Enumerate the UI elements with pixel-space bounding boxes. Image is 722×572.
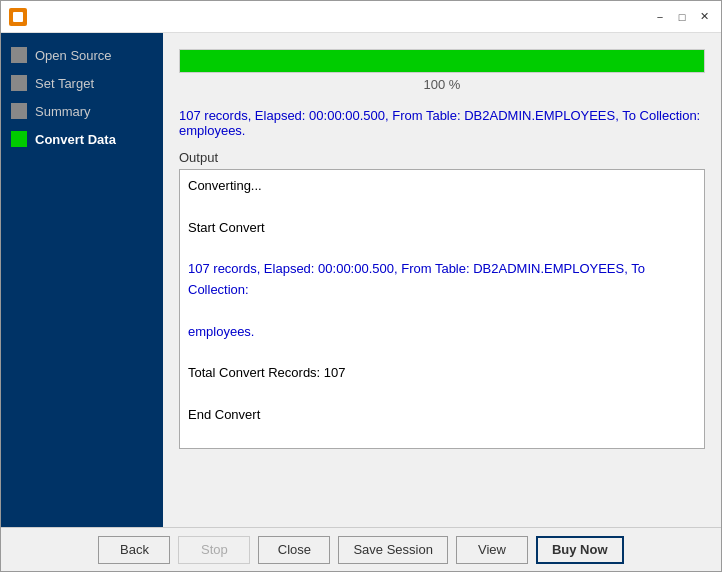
footer: Back Stop Close Save Session View Buy No… — [1, 527, 721, 571]
progress-bar-fill — [180, 50, 704, 72]
output-line: End Convert — [188, 405, 696, 426]
convert-data-label: Convert Data — [35, 132, 116, 147]
sidebar-item-summary[interactable]: Summary — [1, 97, 163, 125]
content-area: Open Source Set Target Summary Convert D… — [1, 33, 721, 527]
output-label: Output — [179, 150, 705, 165]
minimize-button[interactable]: − — [651, 8, 669, 26]
title-bar: − □ ✕ — [1, 1, 721, 33]
output-line: 107 records, Elapsed: 00:00:00.500, From… — [188, 259, 696, 301]
restore-button[interactable]: □ — [673, 8, 691, 26]
close-button-footer[interactable]: Close — [258, 536, 330, 564]
progress-label: 100 % — [179, 77, 705, 92]
output-section: Output Converting...Start Convert107 rec… — [179, 150, 705, 511]
stop-button[interactable]: Stop — [178, 536, 250, 564]
progress-section: 100 % — [179, 49, 705, 92]
main-window: − □ ✕ Open Source Set Target Summary Con… — [0, 0, 722, 572]
sidebar-item-open-source[interactable]: Open Source — [1, 41, 163, 69]
output-line: Start Convert — [188, 218, 696, 239]
set-target-label: Set Target — [35, 76, 94, 91]
buy-now-button[interactable]: Buy Now — [536, 536, 624, 564]
close-button[interactable]: ✕ — [695, 8, 713, 26]
set-target-icon — [11, 75, 27, 91]
view-button[interactable]: View — [456, 536, 528, 564]
sidebar-item-set-target[interactable]: Set Target — [1, 69, 163, 97]
convert-data-icon — [11, 131, 27, 147]
progress-bar-container — [179, 49, 705, 73]
output-line: Converting... — [188, 176, 696, 197]
summary-icon — [11, 103, 27, 119]
summary-label: Summary — [35, 104, 91, 119]
sidebar-item-convert-data[interactable]: Convert Data — [1, 125, 163, 153]
back-button[interactable]: Back — [98, 536, 170, 564]
output-line: employees. — [188, 322, 696, 343]
save-session-button[interactable]: Save Session — [338, 536, 448, 564]
open-source-icon — [11, 47, 27, 63]
status-text: 107 records, Elapsed: 00:00:00.500, From… — [179, 108, 705, 138]
title-bar-controls: − □ ✕ — [651, 8, 713, 26]
title-bar-left — [9, 8, 27, 26]
sidebar: Open Source Set Target Summary Convert D… — [1, 33, 163, 527]
output-line: Total Convert Records: 107 — [188, 363, 696, 384]
open-source-label: Open Source — [35, 48, 112, 63]
main-panel: 100 % 107 records, Elapsed: 00:00:00.500… — [163, 33, 721, 527]
app-icon — [9, 8, 27, 26]
output-box[interactable]: Converting...Start Convert107 records, E… — [179, 169, 705, 449]
